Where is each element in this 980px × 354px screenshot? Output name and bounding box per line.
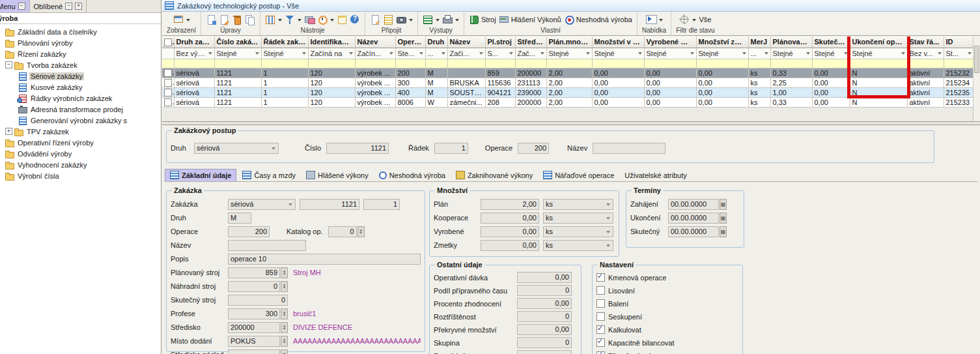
- katalog-op-field[interactable]: 0: [328, 226, 357, 237]
- row-checkbox[interactable]: [164, 98, 172, 106]
- tree-expander-icon[interactable]: −: [5, 61, 12, 68]
- spinner-buttons[interactable]: ↕: [281, 308, 288, 319]
- row-checkbox[interactable]: [164, 89, 172, 96]
- chevron-down-icon[interactable]: [659, 19, 663, 23]
- menu-offer-icon[interactable]: [646, 14, 656, 25]
- settings-checkbox-row[interactable]: Seskupení: [596, 310, 738, 323]
- nazev-field[interactable]: [228, 240, 306, 251]
- column-filter-dropdown[interactable]: Stejné: [592, 48, 644, 59]
- column-header[interactable]: MerJ: [748, 37, 770, 48]
- checkbox[interactable]: [596, 273, 605, 282]
- search-row-cell[interactable]: [770, 59, 812, 68]
- operace-field[interactable]: 200: [228, 226, 270, 237]
- window-settings-icon[interactable]: [337, 14, 347, 25]
- spinner-buttons[interactable]: ↕: [281, 322, 288, 333]
- note-icon[interactable]: [370, 14, 380, 25]
- tree-item[interactable]: − Tvorba zakázek: [0, 59, 161, 70]
- spinner-buttons[interactable]: ↕: [281, 267, 288, 278]
- minimize-icon[interactable]: –: [65, 3, 72, 10]
- detail-tab[interactable]: Zaknihované výkony: [451, 170, 537, 181]
- column-filter-dropdown[interactable]: Bez výb...: [174, 48, 214, 59]
- column-filter-dropdown[interactable]: Stejné: [696, 48, 748, 59]
- checkbox[interactable]: [596, 286, 605, 295]
- column-header[interactable]: Skutečný ...: [812, 37, 850, 48]
- chevron-down-icon[interactable]: [692, 19, 696, 23]
- spinner-buttons[interactable]: ↕: [281, 336, 288, 347]
- other-data-field[interactable]: 0,00: [517, 272, 572, 283]
- column-filter-dropdown[interactable]: Začíná na: [308, 48, 355, 59]
- column-filter-dropdown[interactable]: Ste...: [395, 48, 425, 59]
- close-icon[interactable]: ×: [75, 3, 82, 10]
- row-select-cell[interactable]: [162, 87, 174, 97]
- link-icon[interactable]: [304, 14, 315, 25]
- select-all-checkbox[interactable]: [164, 38, 172, 46]
- cislo-field[interactable]: 1121: [326, 143, 389, 154]
- column-header[interactable]: Druh zaká...: [174, 37, 214, 48]
- tree-item[interactable]: Operativní řízení výroby: [0, 137, 161, 148]
- settings-checkbox-row[interactable]: Kalkulovat: [596, 323, 738, 336]
- detail-tab[interactable]: Hlášené výkony: [301, 170, 373, 181]
- column-header[interactable]: Název: [447, 37, 485, 48]
- copy-record-icon[interactable]: [245, 14, 255, 25]
- chevron-down-icon[interactable]: [330, 19, 334, 23]
- radek-field[interactable]: 1: [434, 143, 468, 154]
- calendar-button[interactable]: ▦: [720, 199, 727, 210]
- date-field[interactable]: 00.00.0000: [668, 226, 719, 237]
- chevron-down-icon[interactable]: [186, 19, 190, 23]
- column-header[interactable]: Řádek zaká...: [261, 37, 308, 48]
- unit-combobox[interactable]: ks: [543, 226, 613, 237]
- detail-tab[interactable]: Časy a mzdy: [238, 170, 300, 181]
- column-filter-dropdown[interactable]: Zači...: [447, 48, 485, 59]
- column-header[interactable]: Středis...: [515, 37, 546, 48]
- column-header[interactable]: Operace: [395, 37, 425, 48]
- column-header[interactable]: Plán.množ...: [546, 37, 592, 48]
- column-filter-dropdown[interactable]: Stejné: [546, 48, 592, 59]
- search-row-cell[interactable]: [425, 59, 447, 68]
- operace-field[interactable]: 200: [518, 143, 549, 154]
- column-header[interactable]: ID: [944, 37, 973, 48]
- druh-combobox[interactable]: sériová: [194, 143, 279, 154]
- quantity-field[interactable]: 0,00: [481, 240, 539, 251]
- detail-tab[interactable]: Uživatelské atributy: [620, 170, 691, 181]
- column-header[interactable]: Číslo zaká...: [214, 37, 261, 48]
- grid-vertical-scrollbar[interactable]: [973, 37, 980, 121]
- search-row-cell[interactable]: [174, 59, 214, 68]
- row-select-cell[interactable]: [162, 97, 174, 107]
- row-checkbox[interactable]: [164, 69, 172, 77]
- column-filter-dropdown[interactable]: Zač...: [515, 48, 546, 59]
- other-data-field[interactable]: 0,00: [517, 298, 572, 309]
- checkbox[interactable]: [596, 312, 605, 321]
- filter-icon[interactable]: [285, 14, 295, 25]
- zakazka-cislo-field[interactable]: 1121: [300, 199, 359, 210]
- column-header[interactable]: Vyrobené mno...: [644, 37, 696, 48]
- search-row-cell[interactable]: [355, 59, 395, 68]
- quantity-field[interactable]: 0,00: [481, 213, 539, 224]
- promitani-operace-combobox[interactable]: [517, 350, 572, 354]
- spinner-buttons[interactable]: ↕: [281, 281, 288, 292]
- druh-field[interactable]: M: [228, 213, 251, 224]
- column-filter-dropdown[interactable]: Stejné: [261, 48, 308, 59]
- help-icon[interactable]: [350, 14, 360, 25]
- zakazka-druh-combobox[interactable]: sériová: [228, 199, 296, 210]
- stroj-button[interactable]: Stroj: [469, 14, 496, 25]
- other-data-field[interactable]: 0: [517, 285, 572, 296]
- tree-item[interactable]: Plánování výroby: [0, 37, 161, 48]
- row-select-cell[interactable]: [162, 78, 174, 87]
- tree-item[interactable]: Generování výrobní zakázky s: [0, 115, 161, 126]
- checkbox[interactable]: [596, 299, 605, 308]
- camera-icon[interactable]: [396, 14, 406, 25]
- settings-checkbox-row[interactable]: Kapacitně bilancovat: [596, 336, 738, 349]
- detail-tab[interactable]: Neshodná výroba: [374, 170, 450, 181]
- column-header[interactable]: Množství zm...: [696, 37, 748, 48]
- list-icon[interactable]: [383, 14, 393, 25]
- tree-item[interactable]: + TPV zakázek: [0, 126, 161, 137]
- column-header[interactable]: Množství v koop...: [592, 37, 644, 48]
- column-filter-dropdown[interactable]: ...: [748, 48, 770, 59]
- nazev-field[interactable]: [593, 143, 665, 154]
- search-row-cell[interactable]: [485, 59, 515, 68]
- quantity-field[interactable]: 0,00: [481, 226, 539, 237]
- neshodna-vyroba-button[interactable]: Neshodná výroba: [564, 14, 632, 25]
- calendar-button[interactable]: ▦: [720, 213, 727, 224]
- edit-record-icon[interactable]: [219, 14, 229, 25]
- tree-expander-icon[interactable]: +: [5, 128, 12, 135]
